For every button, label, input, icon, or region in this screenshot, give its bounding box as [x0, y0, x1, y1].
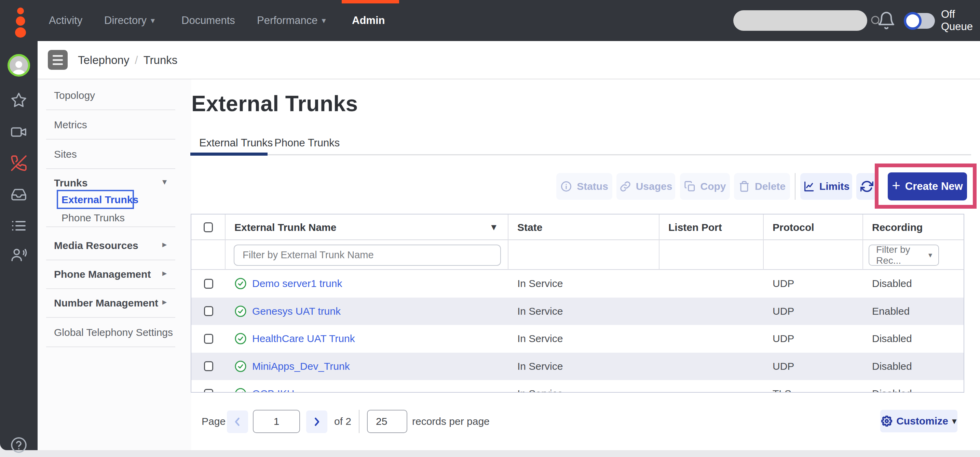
row-checkbox[interactable]	[204, 334, 213, 344]
in-service-check-icon	[234, 305, 247, 318]
row-checkbox[interactable]	[204, 279, 213, 289]
recording-filter-label: Filter by Rec...	[876, 244, 928, 266]
sidebar-item-metrics[interactable]: Metrics	[54, 119, 87, 131]
nav-item-documents[interactable]: Documents	[181, 0, 235, 41]
recording-filter-dropdown[interactable]: Filter by Rec... ▾	[869, 244, 939, 266]
menu-hamburger-button[interactable]	[48, 50, 68, 70]
table-row[interactable]: MiniApps_Dev_Trunk In Service UDP Disabl…	[191, 353, 964, 380]
notifications-bell-icon[interactable]	[877, 11, 896, 30]
sidebar-item-global-telephony-settings[interactable]: Global Telephony Settings	[54, 327, 173, 338]
sidebar-item-phone-trunks[interactable]: Phone Trunks	[62, 212, 125, 224]
table-row[interactable]: HealthCare UAT Trunk In Service UDP Disa…	[191, 325, 964, 353]
copy-icon	[684, 181, 696, 192]
sidebar-item-sites[interactable]: Sites	[54, 149, 77, 160]
divider	[46, 288, 175, 289]
previous-page-button[interactable]	[227, 411, 248, 433]
delete-button[interactable]: Delete	[734, 173, 790, 200]
toolbar-divider	[795, 173, 795, 200]
divider	[46, 227, 175, 227]
user-avatar[interactable]	[8, 54, 30, 77]
nav-item-activity[interactable]: Activity	[49, 0, 82, 41]
usages-button[interactable]: Usages	[616, 173, 675, 200]
create-new-button[interactable]: + Create New	[888, 173, 967, 200]
nav-item-label: Performance	[257, 14, 317, 27]
column-header-state[interactable]: State	[509, 214, 660, 240]
column-header-label: Protocol	[773, 222, 814, 233]
agent-speaking-icon[interactable]	[10, 246, 27, 265]
global-search-input[interactable]	[733, 15, 870, 26]
video-camera-icon[interactable]	[11, 124, 27, 142]
table-row[interactable]: Demo server1 trunk In Service UDP Disabl…	[191, 270, 964, 297]
cell-recording: Disabled	[863, 388, 964, 393]
genesys-logo-icon[interactable]	[14, 8, 27, 35]
sidebar-item-trunks[interactable]: Trunks	[54, 177, 88, 189]
chevron-down-icon: ▾	[321, 16, 326, 25]
row-checkbox[interactable]	[204, 361, 213, 371]
chevron-right-icon[interactable]: ▸	[162, 239, 167, 250]
sidebar-item-external-trunks[interactable]: External Trunks	[62, 194, 138, 206]
help-icon[interactable]	[10, 436, 27, 455]
chevron-down-icon: ▾	[151, 16, 155, 25]
chevron-down-icon[interactable]: ▾	[162, 176, 167, 187]
column-header-listen-port[interactable]: Listen Port	[660, 214, 764, 240]
records-per-page-input[interactable]	[367, 410, 407, 433]
chevron-right-icon[interactable]: ▸	[162, 268, 167, 278]
inbox-icon[interactable]	[11, 186, 27, 204]
next-page-button[interactable]	[306, 411, 327, 433]
left-icon-rail	[0, 41, 38, 450]
in-service-check-icon	[234, 277, 247, 290]
breadcrumb-trunks[interactable]: Trunks	[143, 54, 178, 67]
table-row[interactable]: Genesys UAT trunk In Service UDP Enabled	[191, 297, 964, 325]
toggle-knob	[904, 12, 921, 30]
row-checkbox[interactable]	[204, 389, 213, 393]
trunk-name-link[interactable]: HealthCare UAT Trunk	[252, 333, 355, 344]
limits-button[interactable]: Limits	[800, 173, 852, 200]
trunk-name-link[interactable]: Genesys UAT trunk	[252, 305, 340, 317]
refresh-button[interactable]	[856, 173, 878, 200]
trunk-name-link[interactable]: Demo server1 trunk	[252, 278, 342, 289]
page-title: External Trunks	[191, 91, 358, 116]
trunk-name-link[interactable]: MiniApps_Dev_Trunk	[252, 361, 350, 372]
column-header-recording[interactable]: Recording	[863, 214, 964, 240]
nav-item-label: Directory	[104, 14, 146, 27]
column-header-protocol[interactable]: Protocol	[764, 214, 863, 240]
status-label: Status	[577, 181, 608, 192]
nav-item-admin[interactable]: Admin	[352, 0, 385, 41]
queue-status-toggle[interactable]	[905, 13, 935, 29]
sidebar-item-topology[interactable]: Topology	[54, 89, 95, 101]
column-header-label: State	[517, 222, 542, 233]
list-icon[interactable]	[11, 217, 27, 235]
select-all-checkbox[interactable]	[204, 222, 213, 232]
customize-button[interactable]: Customize ▾	[880, 410, 958, 432]
row-checkbox[interactable]	[204, 306, 213, 316]
favorites-star-icon[interactable]	[11, 92, 27, 110]
breadcrumb-telephony[interactable]: Telephony	[78, 54, 129, 67]
phone-disabled-icon[interactable]	[10, 155, 27, 173]
nav-item-directory[interactable]: Directory ▾	[104, 0, 155, 41]
nav-item-label: Admin	[352, 14, 385, 27]
sort-descending-icon[interactable]: ▼	[489, 222, 498, 233]
table-filter-row: Filter by Rec... ▾	[191, 240, 964, 270]
chevron-left-icon	[232, 417, 243, 427]
column-header-name[interactable]: External Trunk Name ▼	[226, 214, 509, 240]
copy-button[interactable]: Copy	[680, 173, 730, 200]
copy-label: Copy	[700, 181, 726, 192]
table-row[interactable]: OCB IKH In Service TLS Disabled	[191, 380, 964, 393]
cell-state: In Service	[509, 278, 660, 289]
trunk-name-link[interactable]: OCB IKH	[252, 388, 294, 393]
sidebar-item-number-management[interactable]: Number Management	[54, 297, 158, 309]
sidebar-item-phone-management[interactable]: Phone Management	[54, 268, 151, 280]
cell-state: In Service	[509, 361, 660, 372]
tab-external-trunks[interactable]: External Trunks	[199, 137, 273, 149]
status-button[interactable]: Status	[556, 173, 612, 200]
current-page-input[interactable]	[253, 410, 300, 433]
global-search	[733, 10, 867, 31]
in-service-check-icon	[234, 360, 247, 372]
cell-protocol: UDP	[764, 305, 863, 317]
chevron-right-icon[interactable]: ▸	[162, 297, 167, 307]
nav-item-performance[interactable]: Performance ▾	[257, 0, 326, 41]
trunk-name-filter-input[interactable]	[234, 244, 501, 266]
cell-state: In Service	[509, 333, 660, 344]
tab-phone-trunks[interactable]: Phone Trunks	[274, 137, 340, 149]
sidebar-item-media-resources[interactable]: Media Resources	[54, 240, 138, 251]
